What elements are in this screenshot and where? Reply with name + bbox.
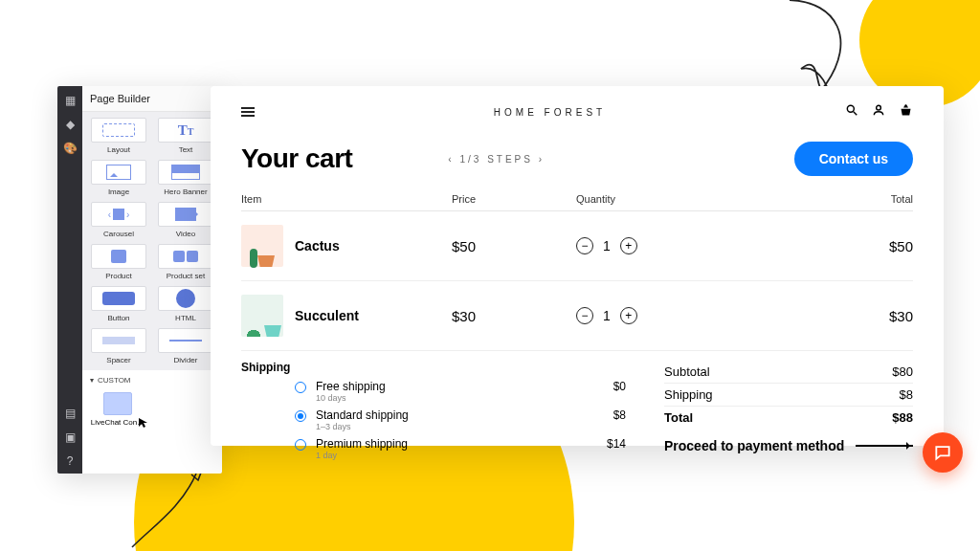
product-name: Succulent — [295, 308, 359, 323]
steps-indicator[interactable]: ‹ 1/3 STEPS › — [448, 154, 545, 165]
svg-point-0 — [847, 105, 854, 112]
component-spacer[interactable]: Spacer — [88, 328, 149, 364]
product-name: Cactus — [295, 238, 340, 253]
rail-help-icon[interactable]: ? — [63, 454, 77, 468]
line-total: $30 — [739, 308, 913, 324]
topbar: HOME FOREST — [241, 103, 913, 121]
builder-rail: ▦ ◆ 🎨 ▤ ▣ ? — [57, 86, 82, 474]
component-hero-banner[interactable]: Hero Banner — [155, 160, 216, 196]
rail-store-icon[interactable]: ▤ — [63, 407, 77, 420]
arrow-right-icon — [856, 445, 913, 447]
radio-icon — [295, 382, 306, 393]
component-product-set[interactable]: Product set — [155, 244, 216, 280]
table-header: Item Price Quantity Total — [241, 193, 913, 205]
rail-theme-icon[interactable]: 🎨 — [63, 142, 77, 155]
qty-increase-button[interactable]: + — [620, 307, 637, 324]
line-total: $50 — [739, 238, 913, 254]
product-price: $30 — [452, 308, 576, 324]
brand: HOME FOREST — [255, 107, 845, 118]
chat-icon — [933, 443, 952, 462]
component-layout[interactable]: Layout — [88, 118, 149, 154]
cube-icon — [103, 392, 132, 415]
page-title: Your cart — [241, 143, 352, 174]
product-thumb-succulent — [241, 295, 283, 337]
cart-card: HOME FOREST Your cart ‹ 1/3 STEPS › Cont… — [211, 86, 944, 446]
table-row: Cactus $50 − 1 + $50 — [241, 211, 913, 281]
account-icon[interactable] — [872, 103, 885, 121]
rail-blocks-icon[interactable]: ▦ — [63, 94, 77, 107]
component-image[interactable]: Image — [88, 160, 149, 196]
quantity-stepper: − 1 + — [576, 237, 739, 254]
component-product[interactable]: Product — [88, 244, 149, 280]
svg-point-2 — [877, 105, 881, 110]
contact-us-button[interactable]: Contact us — [794, 142, 913, 176]
search-icon[interactable] — [845, 103, 858, 121]
component-text[interactable]: TTText — [155, 118, 216, 154]
svg-line-1 — [854, 112, 858, 116]
component-button[interactable]: buttonButton — [88, 286, 149, 322]
rail-layers-icon[interactable]: ◆ — [63, 118, 77, 131]
page-builder-panel: ▦ ◆ 🎨 ▤ ▣ ? Page Builder Layout TTText I… — [57, 86, 222, 474]
radio-icon — [295, 410, 306, 422]
chat-fab[interactable] — [923, 432, 963, 473]
shipping-option-premium[interactable]: Premium shipping1 day $14 — [295, 437, 626, 460]
summary: Subtotal$80 Shipping$8 Total$88 Proceed … — [664, 361, 913, 460]
shipping-label: Shipping — [241, 361, 308, 374]
builder-title: Page Builder — [82, 86, 222, 112]
radio-icon — [295, 439, 306, 451]
component-video[interactable]: Video — [155, 202, 216, 238]
shipping-option-standard[interactable]: Standard shipping1–3 days $8 — [295, 408, 626, 431]
component-carousel[interactable]: ‹›Carousel — [88, 202, 149, 238]
custom-section-header[interactable]: ▾CUSTOM — [82, 370, 222, 388]
qty-value: 1 — [603, 308, 611, 323]
qty-value: 1 — [603, 238, 611, 253]
menu-icon[interactable] — [241, 107, 255, 117]
product-thumb-cactus — [241, 225, 283, 267]
arrow-annotation-bottom — [124, 469, 211, 551]
qty-decrease-button[interactable]: − — [576, 237, 593, 254]
qty-decrease-button[interactable]: − — [576, 307, 593, 324]
component-html[interactable]: </>HTML — [155, 286, 216, 322]
table-row: Succulent $30 − 1 + $30 — [241, 281, 913, 351]
quantity-stepper: − 1 + — [576, 307, 739, 324]
shipping-option-free[interactable]: Free shipping10 days $0 — [295, 380, 626, 403]
qty-increase-button[interactable]: + — [620, 237, 637, 254]
basket-icon[interactable] — [899, 103, 913, 121]
cursor-icon — [138, 415, 147, 425]
component-divider[interactable]: Divider — [155, 328, 216, 364]
proceed-button[interactable]: Proceed to payment method — [664, 438, 913, 453]
product-price: $50 — [452, 238, 576, 254]
rail-note-icon[interactable]: ▣ — [63, 430, 77, 444]
